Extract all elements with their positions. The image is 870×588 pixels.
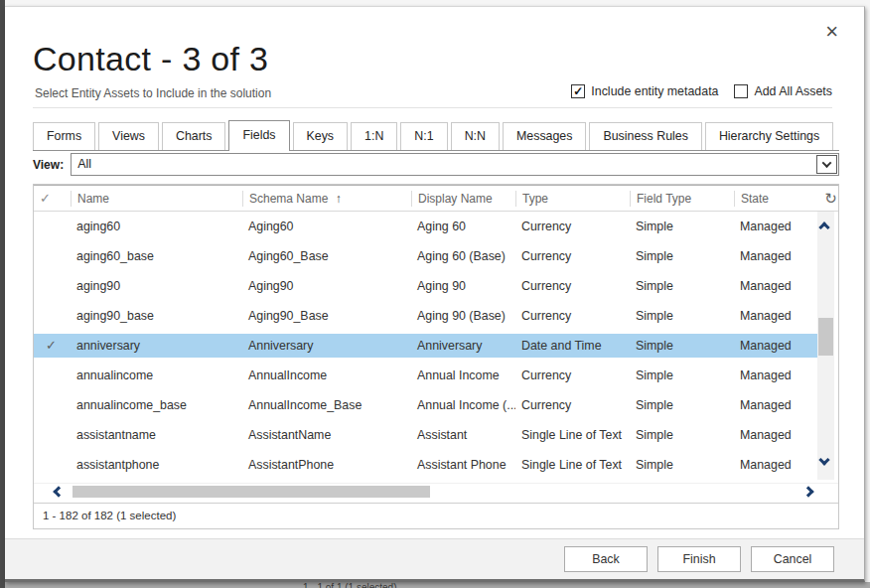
tab-1-n[interactable]: 1:N xyxy=(351,122,397,150)
cell-field-type: Simple xyxy=(630,393,734,417)
include-entity-metadata-checkbox[interactable]: ✓ Include entity metadata xyxy=(571,84,718,98)
column-header-type[interactable]: Type xyxy=(515,191,630,207)
header-divider xyxy=(33,107,832,108)
column-header-state[interactable]: State xyxy=(734,191,817,207)
cell-display-name: Aging 90 (Base) xyxy=(411,304,515,328)
table-row-aging90[interactable]: aging90 Aging90 Aging 90 Currency Simple… xyxy=(34,271,817,301)
fields-grid: ✓ Name Schema Name ↑ Display Name Type F… xyxy=(33,184,839,529)
table-row-aging90-base[interactable]: aging90_base Aging90_Base Aging 90 (Base… xyxy=(34,301,817,331)
footer-button-finish[interactable]: Finish xyxy=(657,546,741,572)
vertical-scrollbar[interactable] xyxy=(817,212,834,480)
record-count-status: 1 - 182 of 182 (1 selected) xyxy=(34,503,838,528)
tab-label: Keys xyxy=(307,129,335,143)
checkbox-unchecked-icon[interactable] xyxy=(734,84,748,98)
select-all-check-icon[interactable]: ✓ xyxy=(34,191,71,207)
column-header-display-name[interactable]: Display Name xyxy=(411,191,515,207)
view-filter-select[interactable]: All xyxy=(71,153,839,176)
footer-button-label: Back xyxy=(592,552,620,566)
cell-name: aging60 xyxy=(71,215,242,238)
sort-ascending-icon: ↑ xyxy=(336,192,342,206)
cell-type: Single Line of Text xyxy=(515,423,630,447)
view-filter-value: All xyxy=(77,157,91,171)
tab-n-1[interactable]: N:1 xyxy=(400,122,447,150)
grid-rows: aging60 Aging60 Aging 60 Currency Simple… xyxy=(34,212,817,480)
cell-display-name: Anniversary xyxy=(411,334,515,358)
cell-name: annualincome_base xyxy=(71,393,242,417)
asset-tabs: Forms Views Charts Fields Keys 1:N N:1 xyxy=(33,120,839,151)
tab-label: Messages xyxy=(516,129,572,143)
tab-views[interactable]: Views xyxy=(98,122,159,150)
tab-charts[interactable]: Charts xyxy=(162,122,226,150)
cell-display-name: Annual Income xyxy=(411,364,515,387)
cell-display-name: Aging 60 xyxy=(411,215,515,238)
footer-button-cancel[interactable]: Cancel xyxy=(751,546,834,572)
table-row-aging60[interactable]: aging60 Aging60 Aging 60 Currency Simple… xyxy=(34,212,817,241)
add-all-assets-checkbox[interactable]: Add All Assets xyxy=(734,84,832,98)
tab-label: Fields xyxy=(242,128,275,142)
column-header-field-type[interactable]: Field Type xyxy=(630,191,734,207)
cell-field-type: Simple xyxy=(630,334,734,358)
entity-options: ✓ Include entity metadata Add All Assets xyxy=(571,84,832,98)
scroll-up-icon[interactable] xyxy=(818,221,829,232)
tab-forms[interactable]: Forms xyxy=(33,122,95,150)
tab-hierarchy-settings[interactable]: Hierarchy Settings xyxy=(705,122,833,150)
close-icon[interactable]: × xyxy=(825,21,838,43)
view-filter-label: View: xyxy=(33,158,64,172)
grid-body: aging60 Aging60 Aging 60 Currency Simple… xyxy=(34,212,838,480)
cell-schema-name: Aging60_Base xyxy=(242,244,411,268)
footer-button-label: Finish xyxy=(682,552,715,566)
cell-name: aging90 xyxy=(71,274,242,298)
scroll-left-icon[interactable] xyxy=(53,486,64,497)
background-window-strip: 1 - 1 of 1 (1 selected) xyxy=(5,582,870,588)
table-row-annualincome-base[interactable]: annualincome_base AnnualIncome_Base Annu… xyxy=(34,390,817,420)
refresh-icon[interactable]: ↻ xyxy=(817,191,838,207)
vertical-scrollbar-thumb[interactable] xyxy=(818,318,833,356)
add-all-assets-label: Add All Assets xyxy=(754,84,832,98)
select-entity-assets-dialog: × Contact - 3 of 3 Select Entity Assets … xyxy=(5,6,865,582)
cell-field-type: Simple xyxy=(630,244,734,268)
cell-field-type: Simple xyxy=(630,304,734,328)
tab-business-rules[interactable]: Business Rules xyxy=(589,122,701,150)
chevron-down-icon xyxy=(822,158,832,168)
scroll-down-icon[interactable] xyxy=(818,454,829,465)
cell-state: Managed xyxy=(734,364,817,387)
cell-field-type: Simple xyxy=(630,215,734,238)
tab-messages[interactable]: Messages xyxy=(503,122,586,150)
checkbox-checked-icon[interactable]: ✓ xyxy=(571,84,585,98)
tab-label: Business Rules xyxy=(603,129,687,143)
cell-name: anniversary xyxy=(71,334,242,358)
cell-field-type: Simple xyxy=(630,364,734,387)
cell-display-name: Annual Income (... xyxy=(411,393,515,417)
cell-state: Managed xyxy=(734,423,817,447)
table-row-annualincome[interactable]: annualincome AnnualIncome Annual Income … xyxy=(34,361,817,390)
horizontal-scrollbar-thumb[interactable] xyxy=(72,486,430,498)
cell-schema-name: AssistantName xyxy=(242,423,411,447)
cell-schema-name: AssistantPhone xyxy=(242,453,411,477)
cell-name: aging60_base xyxy=(71,244,242,268)
table-row-assistantname[interactable]: assistantname AssistantName Assistant Si… xyxy=(34,420,817,450)
table-row-anniversary[interactable]: ✓ anniversary Anniversary Anniversary Da… xyxy=(34,331,817,361)
tab-fields[interactable]: Fields xyxy=(228,120,289,151)
horizontal-scrollbar[interactable] xyxy=(34,483,838,500)
footer-button-back[interactable]: Back xyxy=(564,546,648,572)
table-row-assistantphone[interactable]: assistantphone AssistantPhone Assistant … xyxy=(34,450,817,480)
cell-field-type: Simple xyxy=(630,423,734,447)
cell-name: annualincome xyxy=(71,364,242,387)
scroll-right-icon[interactable] xyxy=(802,486,813,497)
table-row-aging60-base[interactable]: aging60_base Aging60_Base Aging 60 (Base… xyxy=(34,241,817,271)
cell-type: Currency xyxy=(515,393,630,417)
cell-state: Managed xyxy=(734,274,817,298)
cell-state: Managed xyxy=(734,334,817,358)
cell-state: Managed xyxy=(734,453,817,477)
tab-label: N:N xyxy=(465,129,486,143)
column-header-name[interactable]: Name xyxy=(71,191,242,207)
view-filter-dropdown-button[interactable] xyxy=(816,155,837,174)
footer-button-label: Cancel xyxy=(774,552,812,566)
tab-n-n[interactable]: N:N xyxy=(451,122,500,150)
cell-display-name: Assistant xyxy=(411,423,515,447)
tab-keys[interactable]: Keys xyxy=(293,122,349,150)
view-filter-row: View: All xyxy=(33,153,839,176)
cell-name: assistantname xyxy=(71,423,242,447)
column-header-schema-name[interactable]: Schema Name ↑ xyxy=(242,191,411,207)
column-header-schema-label: Schema Name xyxy=(249,192,328,206)
